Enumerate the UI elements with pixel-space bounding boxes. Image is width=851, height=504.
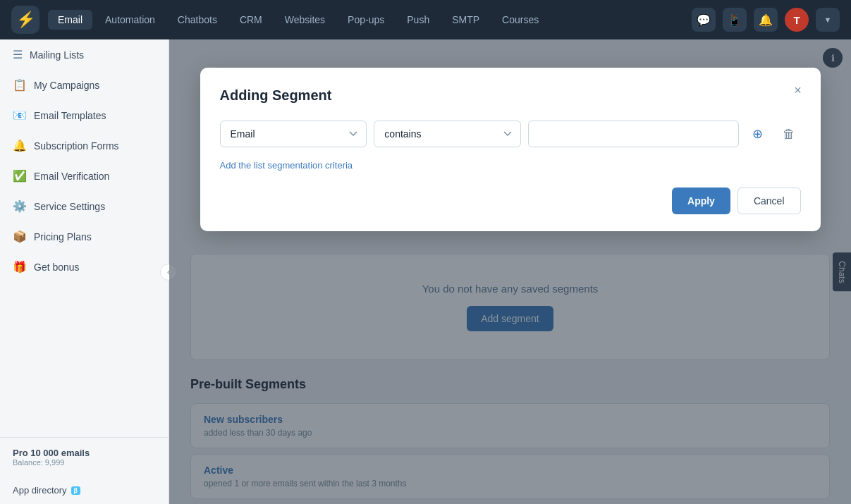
app-directory-label: App directory (13, 485, 67, 496)
apply-button[interactable]: Apply (672, 188, 730, 214)
modal-footer: Apply Cancel (220, 188, 801, 214)
sidebar-item-pricing-plans[interactable]: 📦 Pricing Plans (0, 221, 169, 252)
sidebar-bottom: Pro 10 000 emails Balance: 9,999 (0, 437, 169, 477)
sidebar-item-service-settings[interactable]: ⚙️ Service Settings (0, 191, 169, 221)
settings-icon: ⚙️ (13, 199, 27, 213)
nav-push[interactable]: Push (397, 10, 439, 30)
balance-text: Balance: 9,999 (13, 458, 156, 467)
sidebar-item-label: Pricing Plans (34, 231, 92, 242)
nav-courses[interactable]: Courses (492, 10, 549, 30)
nav-crm[interactable]: CRM (230, 10, 272, 30)
delete-criteria-button[interactable]: 🗑 (777, 122, 801, 146)
nav-email[interactable]: Email (48, 10, 92, 30)
pro-badge: Pro 10 000 emails (13, 448, 156, 458)
my-campaigns-icon: 📋 (13, 78, 27, 92)
sidebar-item-email-verification[interactable]: ✅ Email Verification (0, 161, 169, 191)
bonus-icon: 🎁 (13, 260, 27, 273)
adding-segment-modal: Adding Segment × Email Name Phone Date C… (200, 68, 821, 231)
sidebar-item-label: Get bonus (34, 262, 80, 273)
sidebar-item-label: Mailing Lists (30, 49, 84, 61)
logo[interactable]: ⚡ (11, 6, 39, 34)
chevron-down-icon[interactable]: ▼ (816, 8, 840, 32)
topnav: ⚡ Email Automation Chatbots CRM Websites… (0, 0, 851, 39)
segment-criteria-row: Email Name Phone Date Country contains e… (220, 121, 801, 147)
main-layout: ☰ Mailing Lists 📋 My Campaigns 📧 Email T… (0, 39, 851, 504)
email-templates-icon: 📧 (13, 109, 27, 122)
sidebar-item-label: Email Verification (34, 171, 109, 182)
content-area: ℹ Chats You do not have any saved segmen… (169, 39, 851, 504)
modal-overlay: Adding Segment × Email Name Phone Date C… (169, 39, 851, 504)
sidebar-item-label: Subscription Forms (34, 140, 119, 152)
condition-select[interactable]: contains equals starts with ends with is… (374, 121, 521, 147)
sidebar-item-get-bonus[interactable]: 🎁 Get bonus (0, 252, 169, 282)
pricing-icon: 📦 (13, 230, 27, 243)
sidebar-item-label: Service Settings (34, 201, 105, 212)
sidebar: ☰ Mailing Lists 📋 My Campaigns 📧 Email T… (0, 39, 169, 504)
sidebar-item-subscription-forms[interactable]: 🔔 Subscription Forms (0, 130, 169, 161)
verification-icon: ✅ (13, 169, 27, 183)
sidebar-item-mailing-lists[interactable]: ☰ Mailing Lists (0, 39, 169, 70)
cancel-button[interactable]: Cancel (737, 188, 801, 214)
beta-badge: β (71, 486, 81, 495)
value-input[interactable] (528, 121, 738, 147)
logo-icon: ⚡ (16, 11, 35, 29)
bell-icon-btn[interactable]: 🔔 (754, 8, 778, 32)
chat-icon-btn[interactable]: 💬 (692, 8, 716, 32)
nav-automation[interactable]: Automation (95, 10, 165, 30)
nav-chatbots[interactable]: Chatbots (168, 10, 227, 30)
mailing-lists-icon: ☰ (13, 48, 23, 61)
add-criteria-link[interactable]: Add the list segmentation criteria (220, 160, 353, 171)
nav-websites[interactable]: Websites (275, 10, 335, 30)
nav-icons: 💬 📱 🔔 T ▼ (692, 8, 840, 32)
sidebar-item-label: Email Templates (34, 110, 106, 121)
add-criteria-button[interactable]: ⊕ (746, 122, 770, 146)
sidebar-item-my-campaigns[interactable]: 📋 My Campaigns (0, 70, 169, 100)
subscription-icon: 🔔 (13, 139, 27, 152)
modal-title: Adding Segment (220, 87, 801, 104)
nav-smtp[interactable]: SMTP (442, 10, 489, 30)
sidebar-item-email-templates[interactable]: 📧 Email Templates (0, 100, 169, 130)
app-directory-link[interactable]: App directoryβ (0, 477, 169, 504)
avatar[interactable]: T (785, 8, 809, 32)
device-icon-btn[interactable]: 📱 (723, 8, 747, 32)
nav-popups[interactable]: Pop-ups (338, 10, 394, 30)
sidebar-item-label: My Campaigns (34, 80, 99, 91)
modal-close-button[interactable]: × (788, 80, 808, 100)
field-select[interactable]: Email Name Phone Date Country (220, 121, 367, 147)
